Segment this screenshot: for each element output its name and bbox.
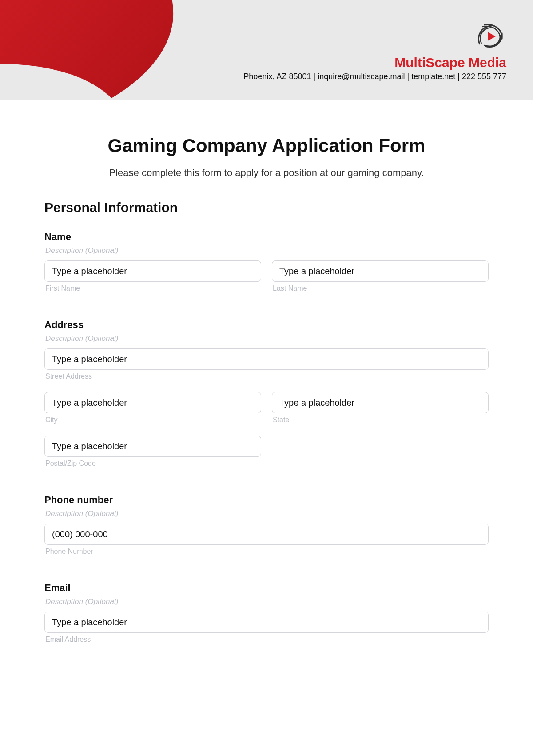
email-input[interactable] (44, 612, 489, 633)
section-heading-personal: Personal Information (44, 200, 489, 215)
field-label-phone: Phone number (44, 494, 489, 506)
email-sublabel: Email Address (44, 636, 489, 644)
city-sublabel: City (44, 416, 261, 424)
state-input[interactable] (272, 392, 489, 413)
field-desc-phone: Description (Optional) (44, 509, 489, 518)
page-subtitle: Please complete this form to apply for a… (44, 167, 489, 179)
page-title: Gaming Company Application Form (44, 135, 489, 156)
phone-sublabel: Phone Number (44, 548, 489, 556)
header-band: MultiScape Media Phoenix, AZ 85001 | inq… (0, 0, 533, 100)
field-desc-email: Description (Optional) (44, 597, 489, 606)
field-group-address: Address Description (Optional) Street Ad… (44, 319, 489, 476)
brand-block: MultiScape Media Phoenix, AZ 85001 | inq… (243, 22, 506, 81)
field-group-email: Email Description (Optional) Email Addre… (44, 582, 489, 652)
field-label-name: Name (44, 231, 489, 243)
brand-name: MultiScape Media (243, 55, 506, 70)
street-address-sublabel: Street Address (44, 372, 489, 380)
state-sublabel: State (272, 416, 489, 424)
field-label-email: Email (44, 582, 489, 594)
street-address-input[interactable] (44, 348, 489, 370)
phone-input[interactable] (44, 524, 489, 545)
form-content: Gaming Company Application Form Please c… (0, 100, 533, 652)
city-input[interactable] (44, 392, 261, 413)
last-name-input[interactable] (272, 260, 489, 282)
field-desc-name: Description (Optional) (44, 246, 489, 255)
field-desc-address: Description (Optional) (44, 334, 489, 343)
first-name-input[interactable] (44, 260, 261, 282)
zip-sublabel: Postal/Zip Code (44, 460, 261, 468)
logo-icon (475, 22, 506, 52)
first-name-sublabel: First Name (44, 284, 261, 292)
last-name-sublabel: Last Name (272, 284, 489, 292)
field-label-address: Address (44, 319, 489, 331)
field-group-name: Name Description (Optional) First Name L… (44, 231, 489, 300)
zip-input[interactable] (44, 436, 261, 457)
field-group-phone: Phone number Description (Optional) Phon… (44, 494, 489, 564)
brand-contact: Phoenix, AZ 85001 | inquire@multiscape.m… (243, 72, 506, 81)
